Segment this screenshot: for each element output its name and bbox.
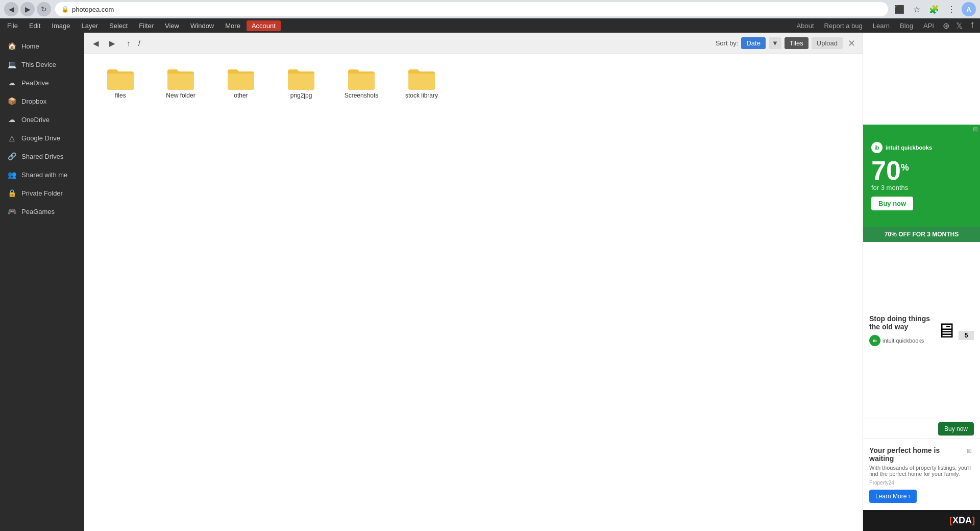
- sidebar-label-this-device: This Device: [21, 61, 56, 68]
- sort-arrow-button[interactable]: ▼: [769, 37, 781, 49]
- main-layout: 🏠 Home 💻 This Device ☁ PeaDrive 📦 Dropbo…: [0, 33, 980, 531]
- peagames-icon: 🎮: [7, 207, 16, 216]
- profile-button[interactable]: A: [962, 2, 976, 16]
- ad-qb-bottom-logo: ib intuit quickbooks: [869, 335, 931, 346]
- menu-item-account[interactable]: Account: [247, 20, 281, 31]
- sidebar: 🏠 Home 💻 This Device ☁ PeaDrive 📦 Dropbo…: [0, 33, 84, 531]
- close-home-ad-button[interactable]: ⊠: [965, 446, 974, 455]
- folder-icon-png2jpg: [287, 66, 315, 90]
- menu-link-blog[interactable]: Blog: [896, 20, 917, 31]
- folder-icon-stock-library: [407, 66, 436, 90]
- reddit-icon[interactable]: ⊕: [940, 20, 951, 31]
- folder-stock-library[interactable]: stock library: [394, 62, 450, 103]
- menu-item-select[interactable]: Select: [104, 20, 133, 31]
- peadrive-icon: ☁: [7, 78, 16, 87]
- sidebar-label-peagames: PeaGames: [21, 208, 55, 215]
- ad-qb-bottom: Stop doing things the old way ib intuit …: [863, 242, 980, 419]
- back-button[interactable]: ◀: [4, 2, 18, 16]
- file-toolbar: ◀ ▶ ↑ / Sort by: Date ▼ Tiles Upload ✕: [84, 33, 863, 54]
- ad-qb-bottom-title: Stop doing things the old way: [869, 315, 931, 331]
- facebook-icon[interactable]: f: [967, 20, 978, 31]
- up-nav-button[interactable]: ↑: [122, 37, 135, 50]
- sidebar-item-dropbox[interactable]: 📦 Dropbox: [0, 92, 84, 110]
- extension2-button[interactable]: 🧩: [927, 2, 941, 16]
- extensions-button[interactable]: ⬛: [892, 2, 906, 16]
- folder-screenshots[interactable]: Screenshots: [333, 62, 389, 103]
- menu-link-about[interactable]: About: [793, 20, 818, 31]
- google-drive-icon: △: [7, 133, 16, 142]
- menu-item-layer[interactable]: Layer: [77, 20, 104, 31]
- file-grid: files New folder: [84, 54, 863, 531]
- ad-home: ⊠ Your perfect home is waiting With thou…: [863, 439, 980, 510]
- menu-button[interactable]: ⋮: [944, 2, 959, 16]
- sidebar-item-shared-drives[interactable]: 🔗 Shared Drives: [0, 147, 84, 165]
- sidebar-item-peagames[interactable]: 🎮 PeaGames: [0, 202, 84, 221]
- folder-icon-screenshots: [347, 66, 376, 90]
- sidebar-item-this-device[interactable]: 💻 This Device: [0, 55, 84, 74]
- onedrive-icon: ☁: [7, 115, 16, 124]
- forward-button[interactable]: ▶: [20, 2, 35, 16]
- menu-link-api[interactable]: API: [919, 20, 938, 31]
- sidebar-item-shared-with-me[interactable]: 👥 Shared with me: [0, 165, 84, 184]
- tiles-button[interactable]: Tiles: [785, 37, 808, 49]
- sort-date-button[interactable]: Date: [741, 37, 765, 49]
- learn-more-button[interactable]: Learn More ›: [869, 490, 917, 503]
- twitter-icon[interactable]: 𝕏: [953, 20, 965, 31]
- menu-link-bug[interactable]: Report a bug: [820, 20, 867, 31]
- menu-item-image[interactable]: Image: [46, 20, 75, 31]
- folder-name-png2jpg: png2jpg: [290, 92, 312, 99]
- sidebar-label-shared-with-me: Shared with me: [21, 171, 67, 179]
- qb-logo-circle-bottom: ib: [869, 335, 880, 346]
- menu-item-window[interactable]: Window: [185, 20, 219, 31]
- ad-block-top: [863, 33, 980, 125]
- address-bar[interactable]: 🔒 photopea.com: [55, 2, 888, 16]
- sidebar-label-peadrive: PeaDrive: [21, 79, 48, 87]
- sidebar-label-google-drive: Google Drive: [21, 134, 60, 142]
- lock-icon: 🔒: [61, 6, 69, 13]
- shared-with-me-icon: 👥: [7, 170, 16, 179]
- home-icon: 🏠: [7, 41, 16, 51]
- breadcrumb: /: [138, 39, 713, 47]
- browser-chrome: ◀ ▶ ↻ 🔒 photopea.com ⬛ ☆ 🧩 ⋮ A: [0, 0, 980, 18]
- forward-nav-button[interactable]: ▶: [106, 37, 119, 50]
- ad-sidebar: ⊠ ib intuit quickbooks 70% for 3 months …: [863, 33, 980, 531]
- menu-link-learn[interactable]: Learn: [869, 20, 894, 31]
- folder-icon-new-folder: [166, 66, 195, 90]
- dropbox-icon: 📦: [7, 96, 16, 106]
- sidebar-item-peadrive[interactable]: ☁ PeaDrive: [0, 74, 84, 92]
- sidebar-label-private-folder: Private Folder: [21, 189, 63, 197]
- folder-other[interactable]: other: [213, 62, 269, 103]
- bookmark-button[interactable]: ☆: [910, 2, 924, 16]
- sidebar-item-private-folder[interactable]: 🔒 Private Folder: [0, 184, 84, 202]
- ad-buy-button-top[interactable]: Buy now: [871, 197, 913, 210]
- upload-button[interactable]: Upload: [812, 37, 843, 49]
- close-quickbooks-ad-button[interactable]: ⊠: [971, 125, 980, 134]
- menu-item-more[interactable]: More: [220, 20, 246, 31]
- qb-logo-text: intuit quickbooks: [886, 144, 932, 151]
- sidebar-item-home[interactable]: 🏠 Home: [0, 37, 84, 55]
- sidebar-item-onedrive[interactable]: ☁ OneDrive: [0, 110, 84, 129]
- ad-buy-button-bottom[interactable]: Buy now: [938, 422, 974, 436]
- sidebar-item-google-drive[interactable]: △ Google Drive: [0, 129, 84, 147]
- this-device-icon: 💻: [7, 60, 16, 69]
- menu-item-edit[interactable]: Edit: [24, 20, 45, 31]
- folder-files[interactable]: files: [92, 62, 149, 103]
- folder-name-screenshots: Screenshots: [345, 92, 379, 99]
- discount-number: 70: [871, 156, 901, 185]
- ad-qb-logo: ib intuit quickbooks: [871, 142, 972, 153]
- menu-item-file[interactable]: File: [2, 20, 23, 31]
- refresh-button[interactable]: ↻: [37, 2, 51, 16]
- menu-item-view[interactable]: View: [160, 20, 184, 31]
- folder-png2jpg[interactable]: png2jpg: [273, 62, 329, 103]
- menu-item-filter[interactable]: Filter: [134, 20, 159, 31]
- ad-quickbooks: ⊠ ib intuit quickbooks 70% for 3 months …: [863, 125, 980, 227]
- ad-discount: 70%: [871, 157, 972, 184]
- close-button[interactable]: ✕: [846, 38, 857, 49]
- back-nav-button[interactable]: ◀: [89, 37, 103, 50]
- browser-actions: ⬛ ☆ 🧩 ⋮ A: [892, 2, 976, 16]
- folder-new-folder[interactable]: New folder: [153, 62, 209, 103]
- ad-home-desc: With thousands of property listings, you…: [869, 465, 974, 477]
- menu-links: About Report a bug Learn Blog API ⊕ 𝕏 f: [793, 20, 978, 31]
- discount-suffix: %: [901, 162, 909, 173]
- folder-name-new-folder: New folder: [166, 92, 195, 99]
